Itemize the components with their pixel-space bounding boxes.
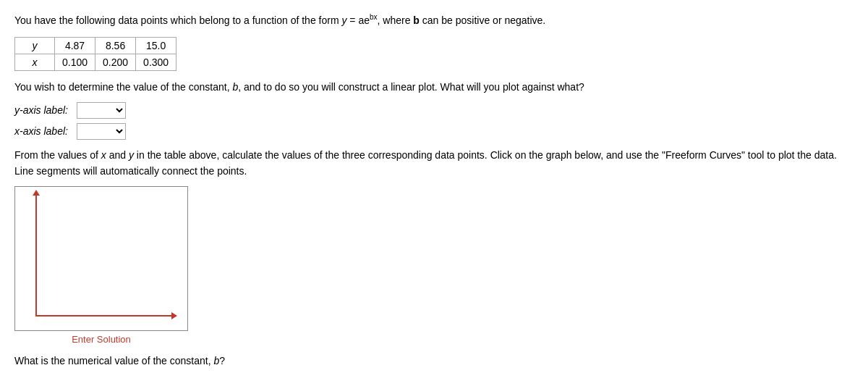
intro-can-be: can be positive or negative. [420,14,545,26]
y-axis-italic: y-axis label: [14,104,68,116]
table-x-value-2: 0.300 [136,54,176,70]
formula-exponent: bx [370,13,378,21]
x-axis-label-text: x-axis label: [14,125,72,137]
enter-solution-button[interactable]: Enter Solution [14,334,188,345]
data-table: y4.878.5615.0x0.1000.2000.300 [14,37,176,71]
y-axis-label-text: y-axis label: [14,104,72,116]
table-y-value-1: 8.56 [95,37,136,54]
intro-where: where [383,14,410,26]
numerical-text-before: What is the numerical value of the const… [14,355,213,366]
from-rest: in the table above, calculate the values… [14,149,837,177]
table-y-value-0: 4.87 [55,37,95,54]
table-x-value-0: 0.100 [55,54,95,70]
numerical-value-paragraph: What is the numerical value of the const… [14,353,854,369]
enter-solution-label: Enter Solution [72,334,131,345]
numerical-text-after: ? [219,355,225,366]
graph-area[interactable] [14,186,188,331]
determine-paragraph: You wish to determine the value of the c… [14,80,854,95]
from-values-paragraph: From the values of x and y in the table … [14,147,854,180]
table-x-value-1: 0.200 [95,54,136,70]
table-y-value-2: 15.0 [136,37,176,54]
x-axis-arrow [171,312,177,319]
x-axis-select[interactable]: xln(x)yln(y) [77,123,126,140]
from-and: and [106,149,129,161]
formula-equals: = ae [346,14,370,26]
y-axis-label-row: y-axis label: ln(y)yxln(x) [14,102,854,119]
determine-rest: , and to do so you will construct a line… [238,81,584,93]
intro-text-before: You have the following data points which… [14,14,341,26]
x-axis-label-row: x-axis label: xln(x)yln(y) [14,123,854,140]
table-y-label: y [15,37,55,54]
y-axis-line [35,193,37,316]
y-axis-select[interactable]: ln(y)yxln(x) [77,102,126,119]
intro-b: b [410,14,419,26]
table-x-label: x [15,54,55,70]
determine-text: You wish to determine the value of the c… [14,81,232,93]
intro-paragraph: You have the following data points which… [14,12,854,28]
from-x-italic: x [101,149,106,161]
x-axis-line [35,315,173,317]
from-values-before: From the values of [14,149,101,161]
from-y-italic: y [129,149,134,161]
x-axis-italic: x-axis label: [14,125,68,137]
